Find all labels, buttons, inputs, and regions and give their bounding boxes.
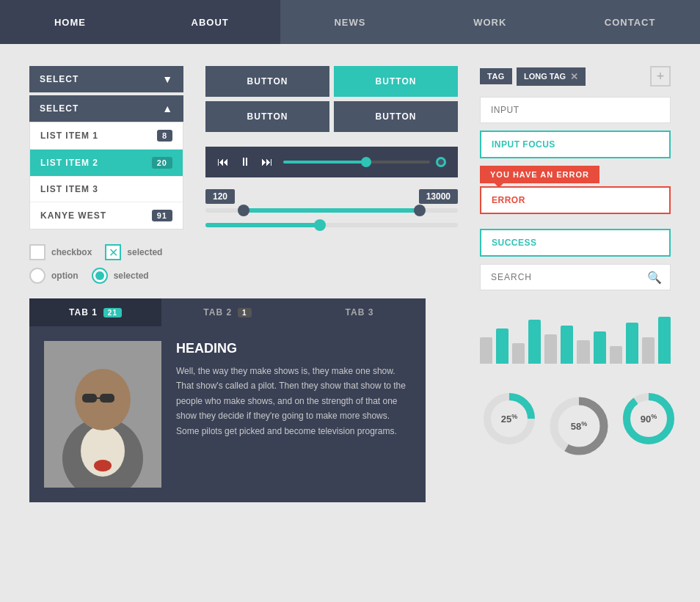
input-focused[interactable] [480,131,671,158]
checkbox-checked[interactable]: ✕ [105,244,121,260]
select-2[interactable]: SELECT ▲ [29,95,183,122]
range-slider-thumb-right[interactable] [414,205,426,216]
chevron-up-icon: ▲ [162,103,173,114]
right-column: TAG LONG TAG ✕ + YOU HAVE AN ERROR 🔍 [480,66,671,502]
main-nav: HOME ABOUT NEWS WORK CONTACT [0,0,700,44]
range-slider-fill [244,208,420,213]
nav-about[interactable]: ABOUT [140,0,280,44]
button-grid: BUTTON BUTTON BUTTON BUTTON [205,66,458,132]
radio-option-group: option [29,268,79,284]
list-item-1[interactable]: LIST ITEM 1 8 [30,122,183,150]
svg-rect-5 [82,394,97,403]
checkbox-checked-group: ✕ selected [105,244,162,260]
media-player: ⏮ ⏸ ⏭ [205,147,458,177]
person-image [44,341,161,488]
bar-5 [561,326,573,364]
checkbox-checked-label: selected [127,247,162,257]
donut-3: 90% [619,389,678,448]
skip-back-button[interactable]: ⏮ [217,155,229,169]
bar-4 [544,334,557,364]
slider-max-val: 13000 [419,189,458,204]
single-slider-thumb[interactable] [314,219,326,231]
button-1[interactable]: BUTTON [205,66,329,97]
media-volume-knob[interactable] [436,157,446,167]
list-item-2-label: LIST ITEM 2 [40,158,98,168]
search-wrap: 🔍 [480,264,671,290]
donut-2: 58% [546,393,612,459]
checkbox-unchecked[interactable] [29,244,45,260]
select-1[interactable]: SELECT ▼ [29,66,183,92]
tab-1[interactable]: TAB 1 21 [29,298,161,326]
bar-9 [626,323,638,364]
slider-min-val: 120 [205,189,235,204]
bar-1 [496,328,508,364]
error-tooltip: YOU HAVE AN ERROR [480,166,599,183]
tab-image [44,341,161,488]
tab-1-label: TAB 1 [69,307,98,317]
bar-6 [577,340,589,364]
tag-2[interactable]: LONG TAG ✕ [517,67,586,86]
button-2[interactable]: BUTTON [334,66,458,97]
list-item-2[interactable]: LIST ITEM 2 20 [30,150,183,177]
media-slider-thumb[interactable] [361,157,371,167]
range-slider-thumb-left[interactable] [238,205,249,216]
search-icon: 🔍 [647,271,662,285]
list-item-kanye-badge: 91 [152,210,172,221]
button-3[interactable]: BUTTON [205,101,329,132]
list-container: LIST ITEM 1 8 LIST ITEM 2 20 LIST ITEM 3… [29,122,183,230]
list-item-1-label: LIST ITEM 1 [40,131,98,141]
nav-contact[interactable]: CONTACT [560,0,700,44]
tags-row: TAG LONG TAG ✕ + [480,66,671,87]
checkbox-unchecked-group: checkbox [29,244,92,260]
radio-selected-label: selected [114,271,149,281]
slider-labels: 120 13000 [205,189,458,204]
media-slider-fill [283,161,364,164]
donut-1-label: 25% [501,413,517,425]
bar-2 [512,343,525,364]
media-volume-area [283,157,446,167]
bar-chart [480,305,671,364]
search-input[interactable] [480,264,671,290]
radio-row: option selected [29,268,183,284]
nav-news[interactable]: NEWS [280,0,420,44]
center-column: BUTTON BUTTON BUTTON BUTTON ⏮ ⏸ ⏭ 120 1 [205,66,458,502]
list-item-kanye-label: KANYE WEST [40,210,106,221]
bar-7 [594,331,606,364]
tag-close-icon[interactable]: ✕ [570,71,578,82]
pause-button[interactable]: ⏸ [239,155,251,169]
list-item-2-badge: 20 [152,157,172,169]
select-1-label: SELECT [40,74,79,84]
radio-selected[interactable] [92,268,108,284]
donuts-row: 25% 58% 90% [480,378,671,459]
tag-1[interactable]: TAG [480,68,512,84]
single-slider-track[interactable] [205,223,458,227]
radio-option[interactable] [29,268,45,284]
donut-3-label: 90% [641,413,657,425]
checkbox-unchecked-label: checkbox [51,247,92,257]
radio-selected-group: selected [92,268,149,284]
list-item-3[interactable]: LIST ITEM 3 [30,177,183,202]
select-2-label: SELECT [40,103,79,114]
list-item-1-badge: 8 [157,130,172,142]
bar-10 [642,337,655,364]
donut-1: 25% [480,389,539,448]
left-column: SELECT ▼ SELECT ▲ LIST ITEM 1 8 LIST ITE… [29,66,183,502]
media-slider-track [283,161,430,164]
input-normal[interactable] [480,97,671,123]
skip-forward-button[interactable]: ⏭ [261,155,273,169]
nav-home[interactable]: HOME [0,0,140,44]
list-item-kanye[interactable]: KANYE WEST 91 [30,202,183,229]
input-error[interactable] [480,186,671,214]
bar-3 [528,320,541,364]
error-tooltip-wrap: YOU HAVE AN ERROR [480,166,671,214]
tag-add-button[interactable]: + [650,66,671,87]
main-content: SELECT ▼ SELECT ▲ LIST ITEM 1 8 LIST ITE… [0,44,700,524]
input-success[interactable] [480,229,671,257]
svg-rect-6 [100,394,114,403]
slider-section: 120 13000 [205,189,458,227]
range-slider-track[interactable] [205,208,458,213]
chevron-down-icon: ▼ [162,73,173,85]
button-4[interactable]: BUTTON [334,101,458,132]
radio-inner-dot [95,271,104,280]
nav-work[interactable]: WORK [420,0,560,44]
